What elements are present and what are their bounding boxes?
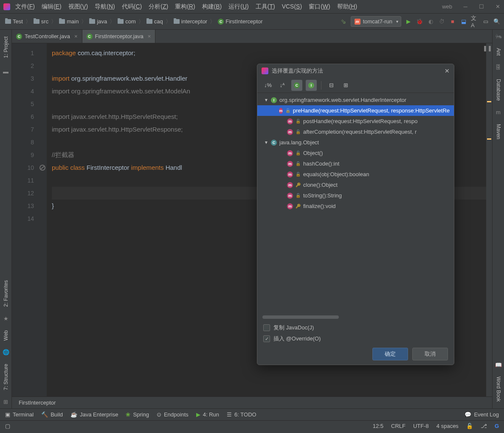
tree-row[interactable]: ▼Iorg.springframework.web.servlet.Handle…	[257, 95, 454, 105]
tool-todo[interactable]: ☰6: TODO	[227, 411, 256, 418]
tree-row[interactable]: m🔓equals(obj:Object):boolean	[257, 169, 454, 180]
menu-item[interactable]: 视图(V)	[68, 3, 88, 11]
stop-icon[interactable]: ■	[449, 18, 456, 25]
breadcrumb-item[interactable]: interceptor	[172, 17, 209, 25]
readonly-icon[interactable]: 🔓	[466, 423, 473, 429]
book-icon[interactable]: 📖	[495, 362, 502, 368]
tree-row[interactable]: m🔓Object()	[257, 148, 454, 158]
tool-favorites[interactable]: 2: Favorites	[1, 277, 11, 310]
expand-all-icon[interactable]: ⊟	[326, 80, 337, 91]
folder-icon[interactable]: ▬	[3, 68, 8, 75]
breadcrumb-item[interactable]: Test	[3, 17, 25, 25]
search-icon[interactable]: 🔍	[493, 18, 501, 25]
indent[interactable]: 4 spaces	[436, 423, 459, 429]
debug-icon[interactable]: 🐞	[416, 18, 423, 25]
copy-javadoc-checkbox[interactable]: 复制 JavaDoc(J)	[263, 324, 448, 332]
tool-project[interactable]: 1: Project	[1, 33, 11, 62]
tool-database[interactable]: Database	[494, 76, 503, 104]
encoding[interactable]: UTF-8	[413, 423, 429, 429]
ant-icon[interactable]: 🐜	[495, 33, 502, 39]
menu-item[interactable]: 工具(T)	[256, 3, 275, 11]
breadcrumb-item[interactable]: src	[32, 17, 50, 25]
minimize-icon[interactable]: ─	[462, 4, 468, 10]
crumb-current[interactable]: FirstInterceptor	[19, 399, 56, 406]
update-icon[interactable]: ⬓	[460, 18, 467, 25]
coverage-icon[interactable]: ◐	[427, 18, 434, 25]
menu-item[interactable]: 代码(C)	[122, 3, 142, 11]
collapse-all-icon[interactable]: ⊞	[340, 80, 351, 91]
dialog-close-icon[interactable]: ✕	[445, 67, 450, 74]
profile-icon[interactable]: ⏱	[438, 18, 445, 25]
tree-row[interactable]: m🔓afterCompletion(request:HttpServletReq…	[257, 127, 454, 137]
line-separator[interactable]: CRLF	[391, 423, 405, 429]
close-tab-icon[interactable]: ×	[74, 33, 78, 39]
sort-visibility-icon[interactable]: ↓%	[262, 80, 273, 91]
breadcrumb-item[interactable]: java	[87, 17, 109, 25]
breadcrumb-item[interactable]: caq	[145, 17, 165, 25]
menu-item[interactable]: 文件(F)	[15, 3, 35, 11]
filter-class-icon[interactable]: C	[291, 80, 302, 91]
dialog-titlebar[interactable]: 选择覆盖/实现的方法 ✕	[257, 64, 454, 78]
breadcrumb-item[interactable]: main	[57, 17, 80, 25]
tree-row[interactable]: m🔓toString():String	[257, 190, 454, 201]
menu-item[interactable]: 重构(R)	[175, 3, 195, 11]
tree-row[interactable]: ▼Cjava.lang.Object	[257, 137, 454, 148]
ok-button[interactable]: 确定	[372, 348, 408, 360]
tool-javaee[interactable]: ☕Java Enterprise	[70, 411, 118, 418]
menu-item[interactable]: VCS(S)	[282, 3, 302, 11]
warning-mark[interactable]	[487, 101, 491, 102]
google-icon[interactable]: G	[495, 423, 499, 429]
tool-maven[interactable]: Maven	[494, 121, 503, 143]
tool-structure[interactable]: 7: Structure	[1, 360, 11, 394]
cancel-button[interactable]: 取消	[412, 348, 448, 360]
menu-item[interactable]: 编辑(E)	[42, 3, 62, 11]
tool-endpoints[interactable]: ⊙Endpoints	[157, 411, 189, 418]
menu-item[interactable]: 导航(N)	[95, 3, 115, 11]
tool-build[interactable]: 🔨Build	[41, 411, 63, 418]
override-gutter-icon[interactable]	[39, 165, 45, 171]
tool-spring[interactable]: ❀Spring	[126, 411, 149, 418]
filter-interface-icon[interactable]: I	[306, 80, 317, 91]
run-configuration-select[interactable]: m tomcat7-run	[351, 16, 401, 27]
tree-row[interactable]: m🔓preHandle(request:HttpServletRequest, …	[257, 105, 454, 116]
tool-terminal[interactable]: ▣Terminal	[5, 411, 34, 418]
tool-wordbook[interactable]: Word Book	[494, 373, 503, 405]
pause-icon[interactable]: ❚❚	[483, 45, 492, 51]
tree-row[interactable]: m🔑clone():Object	[257, 180, 454, 190]
horizontal-scrollbar[interactable]	[262, 315, 339, 319]
expand-arrow-icon[interactable]: ▼	[264, 98, 268, 102]
expand-arrow-icon[interactable]: ▼	[264, 140, 268, 145]
insert-override-checkbox[interactable]: ✓ 插入 @Override(O)	[263, 335, 448, 343]
close-icon[interactable]: ✕	[495, 4, 501, 10]
editor-tab[interactable]: CFirstInterceptor.java×	[82, 30, 156, 43]
menu-item[interactable]: 窗口(W)	[309, 3, 330, 11]
translate-icon[interactable]: 文A	[471, 18, 479, 25]
close-tab-icon[interactable]: ×	[148, 33, 151, 39]
breadcrumb-item[interactable]: com	[116, 17, 138, 25]
methods-tree[interactable]: ▼Iorg.springframework.web.servlet.Handle…	[257, 93, 454, 320]
git-icon[interactable]: ⎇	[481, 423, 487, 429]
breadcrumb-item[interactable]: CFirstInterceptor	[216, 17, 264, 25]
screen-icon[interactable]: ▭	[482, 18, 490, 25]
menu-item[interactable]: 分析(Z)	[149, 3, 168, 11]
sidebar-toggle-icon[interactable]: ▢	[5, 423, 10, 429]
editor-tab[interactable]: CTestController.java×	[12, 30, 82, 43]
tree-row[interactable]: m🔓postHandle(request:HttpServletRequest,…	[257, 116, 454, 127]
database-icon[interactable]: 🗄	[496, 64, 501, 70]
menu-item[interactable]: 构建(B)	[202, 3, 222, 11]
tool-ant[interactable]: Ant	[494, 45, 503, 59]
tool-web[interactable]: Web	[1, 327, 11, 344]
tree-row[interactable]: m🔑finalize():void	[257, 201, 454, 211]
tree-row[interactable]: m🔓hashCode():int	[257, 158, 454, 169]
run-icon[interactable]: ▶	[405, 18, 412, 25]
warning-mark[interactable]	[487, 138, 491, 140]
sort-alpha-icon[interactable]: ↓ᴬ	[277, 80, 288, 91]
maven-icon-small[interactable]: m	[496, 109, 501, 115]
tool-run[interactable]: ▶4: Run	[196, 411, 219, 418]
menu-item[interactable]: 帮助(H)	[337, 3, 357, 11]
menu-item[interactable]: 运行(U)	[228, 3, 248, 11]
maximize-icon[interactable]: ☐	[479, 4, 484, 10]
event-log-button[interactable]: 💬Event Log	[465, 411, 499, 418]
cursor-position[interactable]: 12:5	[373, 423, 383, 429]
build-icon[interactable]: ⇘	[340, 18, 347, 25]
